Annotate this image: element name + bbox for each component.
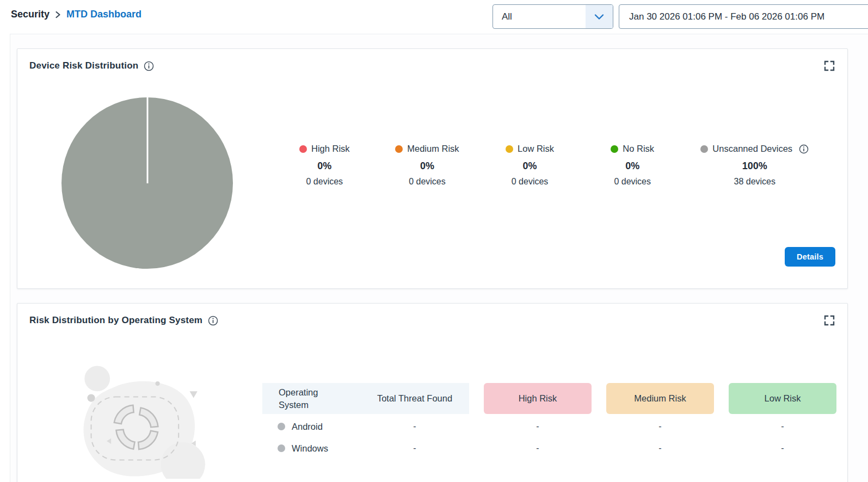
top-bar: Security MTD Dashboard All Jan 30 2026 0… — [0, 0, 868, 34]
device-risk-pie-chart[interactable] — [61, 97, 233, 269]
legend-label: Medium Risk — [407, 144, 459, 154]
legend-label: High Risk — [311, 144, 350, 154]
legend-label: Low Risk — [518, 144, 554, 154]
legend-item-no-risk[interactable]: No Risk 0% 0 devices — [581, 144, 684, 187]
medium-risk-value: - — [606, 443, 714, 453]
chevron-down-icon — [586, 5, 613, 28]
header-text: System — [279, 399, 360, 411]
os-name: Windows — [292, 443, 328, 454]
medium-risk-dot-icon — [395, 145, 403, 153]
no-risk-dot-icon — [611, 145, 618, 153]
low-risk-dot-icon — [506, 145, 513, 153]
legend-label: No Risk — [623, 144, 654, 154]
os-risk-table: Operating System Total Threat Found High… — [262, 383, 836, 479]
legend-percent: 0% — [625, 160, 639, 172]
legend-item-high-risk[interactable]: High Risk 0% 0 devices — [273, 144, 376, 187]
legend-devices: 0 devices — [614, 177, 651, 187]
legend-item-unscanned-devices[interactable]: Unscanned Devices 100% 38 devices — [684, 144, 826, 187]
column-header-medium-risk[interactable]: Medium Risk — [606, 383, 714, 414]
windows-dot-icon — [278, 444, 285, 452]
legend-devices: 0 devices — [409, 177, 446, 187]
dashboard-panel: Device Risk Distribution Hi — [10, 34, 868, 482]
os-risk-table-header: Operating System Total Threat Found High… — [262, 383, 836, 414]
device-risk-card-title: Device Risk Distribution — [29, 60, 138, 71]
chevron-right-icon — [55, 11, 61, 18]
legend-percent: 0% — [317, 160, 331, 172]
low-risk-value: - — [729, 443, 836, 453]
medium-risk-value: - — [606, 422, 714, 431]
high-risk-dot-icon — [299, 145, 307, 153]
total-threat-value: - — [360, 422, 469, 431]
details-button[interactable]: Details — [785, 247, 835, 267]
legend-percent: 0% — [523, 160, 537, 172]
pie-slice-divider — [146, 97, 148, 183]
column-header-operating-system[interactable]: Operating System — [262, 383, 360, 414]
high-risk-value: - — [484, 422, 592, 431]
pie-unscanned-slice — [61, 97, 233, 269]
os-risk-card-title: Risk Distribution by Operating System — [29, 315, 202, 326]
date-range-value: Jan 30 2026 01:06 PM - Feb 06 2026 01:06… — [629, 11, 824, 22]
expand-icon[interactable] — [823, 60, 835, 72]
legend-item-low-risk[interactable]: Low Risk 0% 0 devices — [478, 144, 581, 187]
info-icon[interactable] — [144, 61, 154, 71]
header-text: Operating — [279, 386, 360, 398]
total-threat-value: - — [360, 443, 469, 453]
android-dot-icon — [278, 423, 285, 430]
unscanned-dot-icon — [700, 145, 708, 153]
high-risk-value: - — [484, 443, 592, 453]
info-icon[interactable] — [799, 144, 809, 154]
low-risk-value: - — [729, 422, 836, 431]
device-risk-distribution-card: Device Risk Distribution Hi — [17, 48, 848, 289]
column-header-high-risk[interactable]: High Risk — [484, 383, 592, 414]
breadcrumb-section[interactable]: Security — [11, 9, 50, 20]
legend-percent: 100% — [742, 160, 767, 172]
risk-legend: High Risk 0% 0 devices Medium Risk 0% 0 … — [273, 144, 826, 187]
table-row-android[interactable]: Android - - - - — [262, 417, 836, 436]
breadcrumb-current-page[interactable]: MTD Dashboard — [66, 9, 141, 20]
info-icon[interactable] — [208, 316, 218, 326]
date-range-input[interactable]: Jan 30 2026 01:06 PM - Feb 06 2026 01:06… — [619, 4, 868, 29]
breadcrumb: Security MTD Dashboard — [11, 9, 141, 20]
table-row-windows[interactable]: Windows - - - - — [262, 439, 836, 458]
legend-percent: 0% — [420, 160, 434, 172]
column-header-low-risk[interactable]: Low Risk — [729, 383, 836, 414]
os-risk-distribution-card: Risk Distribution by Operating System — [17, 303, 848, 482]
legend-item-medium-risk[interactable]: Medium Risk 0% 0 devices — [376, 144, 479, 187]
scope-dropdown[interactable]: All — [493, 4, 613, 29]
column-header-total-threat-found[interactable]: Total Threat Found — [360, 383, 469, 414]
legend-label: Unscanned Devices — [712, 144, 792, 154]
legend-devices: 0 devices — [306, 177, 343, 187]
legend-devices: 38 devices — [734, 177, 775, 187]
legend-devices: 0 devices — [512, 177, 549, 187]
scope-dropdown-value: All — [493, 11, 586, 22]
os-name: Android — [292, 422, 323, 432]
no-data-illustration — [17, 326, 262, 479]
expand-icon[interactable] — [823, 314, 835, 326]
